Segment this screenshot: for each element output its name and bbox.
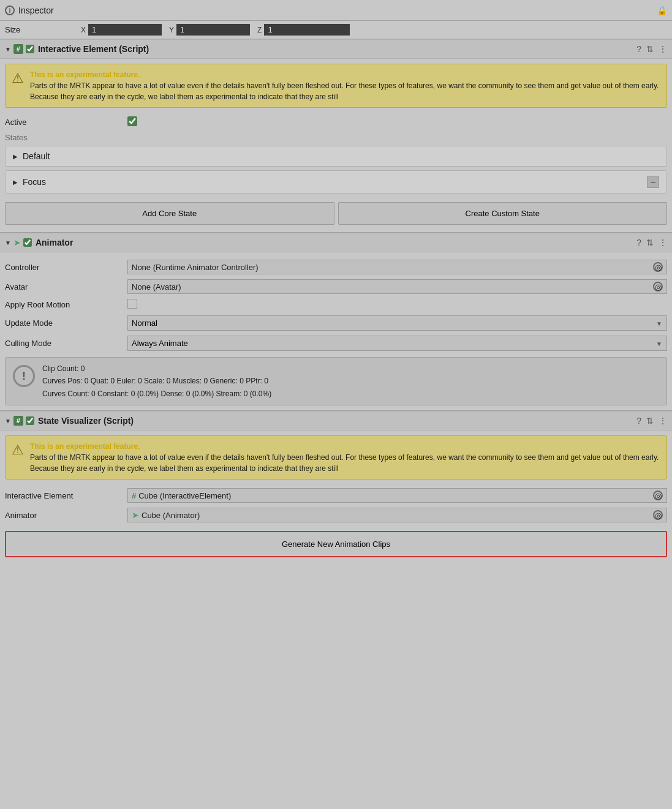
avatar-field-row: Avatar None (Avatar) ◎ bbox=[5, 277, 667, 296]
animator-enabled-checkbox[interactable] bbox=[23, 238, 32, 247]
update-mode-select-wrapper: Normal Animate Physics Unscaled Time bbox=[127, 315, 667, 331]
help-icon-animator[interactable]: ? bbox=[636, 238, 641, 247]
active-label: Active bbox=[5, 118, 127, 127]
generate-animation-clips-button[interactable]: Generate New Animation Clips bbox=[5, 531, 667, 557]
size-x-input[interactable] bbox=[88, 24, 162, 36]
sv-interactive-element-label: Interactive Element bbox=[5, 491, 127, 500]
animator-info-box: ! Clip Count: 0 Curves Pos: 0 Quat: 0 Eu… bbox=[5, 357, 667, 405]
curves-count-text: Curves Count: 0 Constant: 0 (0.0%) Dense… bbox=[42, 388, 271, 400]
warning-triangle-icon-sv: ⚠ bbox=[12, 442, 24, 474]
size-z-coord: Z bbox=[257, 24, 350, 36]
menu-icon-interactive[interactable]: ⋮ bbox=[659, 44, 667, 54]
settings-icon-animator[interactable]: ⇅ bbox=[646, 238, 654, 247]
lock-icon[interactable]: 🔒 bbox=[657, 6, 667, 15]
size-label: Size bbox=[5, 25, 78, 34]
state-visualizer-warning: ⚠ This is an experimental feature. Parts… bbox=[5, 435, 667, 480]
sv-interactive-element-field-row: Interactive Element # Cube (InteractiveE… bbox=[5, 486, 667, 505]
active-field-row: Active bbox=[5, 114, 667, 130]
state-visualizer-title: State Visualizer (Script) bbox=[38, 416, 134, 426]
collapse-arrow-state-visualizer[interactable]: ▼ bbox=[5, 418, 11, 424]
inspector-header: i Inspector 🔒 bbox=[0, 0, 672, 21]
culling-mode-select[interactable]: Always Animate Cull Update Transforms Cu… bbox=[127, 336, 667, 351]
avatar-value: None (Avatar) bbox=[132, 282, 653, 292]
collapse-arrow-interactive[interactable]: ▼ bbox=[5, 46, 11, 53]
sv-animator-value: Cube (Animator) bbox=[142, 511, 653, 520]
warning-text-content-sv: This is an experimental feature. Parts o… bbox=[30, 441, 660, 474]
apply-root-motion-checkbox[interactable] bbox=[127, 299, 137, 309]
menu-icon-animator[interactable]: ⋮ bbox=[659, 238, 667, 247]
z-label: Z bbox=[257, 26, 262, 34]
add-core-state-button[interactable]: Add Core State bbox=[5, 202, 334, 225]
help-icon-state-visualizer[interactable]: ? bbox=[636, 416, 641, 426]
state-item-focus: ▶ Focus − bbox=[5, 170, 667, 194]
state-remove-focus[interactable]: − bbox=[647, 176, 659, 188]
collapse-arrow-animator[interactable]: ▼ bbox=[5, 239, 11, 246]
interactive-element-enabled-checkbox[interactable] bbox=[26, 45, 34, 53]
state-item-default: ▶ Default bbox=[5, 146, 667, 167]
controller-select-dot[interactable]: ◎ bbox=[653, 262, 663, 272]
animator-content: Controller None (Runtime Animator Contro… bbox=[0, 252, 672, 410]
interactive-element-warning: ⚠ This is an experimental feature. Parts… bbox=[5, 64, 667, 108]
animator-info-text: Clip Count: 0 Curves Pos: 0 Quat: 0 Eule… bbox=[42, 363, 271, 400]
state-arrow-focus[interactable]: ▶ bbox=[13, 179, 18, 186]
avatar-label: Avatar bbox=[5, 282, 127, 292]
interactive-element-icons: ? ⇅ ⋮ bbox=[636, 44, 667, 54]
size-z-input[interactable] bbox=[264, 24, 350, 36]
apply-root-motion-field-row: Apply Root Motion bbox=[5, 296, 667, 313]
settings-icon-state-visualizer[interactable]: ⇅ bbox=[646, 416, 654, 426]
info-icon: i bbox=[5, 6, 15, 15]
inspector-title: Inspector bbox=[18, 6, 54, 15]
x-label: X bbox=[81, 26, 86, 34]
state-arrow-default[interactable]: ▶ bbox=[13, 153, 18, 160]
interactive-element-title: Interactive Element (Script) bbox=[38, 44, 149, 54]
sv-animator-field-row: Animator ➤ Cube (Animator) ◎ bbox=[5, 505, 667, 525]
help-icon-interactive[interactable]: ? bbox=[636, 44, 641, 54]
size-y-input[interactable] bbox=[176, 24, 250, 36]
create-custom-state-button[interactable]: Create Custom State bbox=[338, 202, 668, 225]
anim-prefix-sv: ➤ bbox=[132, 510, 139, 520]
apply-root-motion-value bbox=[127, 299, 667, 310]
clip-count-text: Clip Count: 0 bbox=[42, 363, 271, 375]
warning-text-content: This is an experimental feature. Parts o… bbox=[30, 69, 660, 102]
warning-body: Parts of the MRTK appear to have a lot o… bbox=[30, 81, 659, 101]
animator-title: Animator bbox=[36, 238, 73, 247]
sv-interactive-element-value: Cube (InteractiveElement) bbox=[138, 491, 653, 500]
sv-interactive-element-field: # Cube (InteractiveElement) ◎ bbox=[127, 488, 667, 503]
sv-animator-field: ➤ Cube (Animator) ◎ bbox=[127, 508, 667, 522]
state-visualizer-enabled-checkbox[interactable] bbox=[26, 416, 34, 425]
states-buttons-row: Add Core State Create Custom State bbox=[5, 197, 667, 227]
animator-section-header: ▼ ➤ Animator ? ⇅ ⋮ bbox=[0, 233, 672, 252]
hash-icon-interactive: # bbox=[13, 44, 23, 54]
warning-body-sv: Parts of the MRTK appear to have a lot o… bbox=[30, 453, 659, 473]
curves-pos-text: Curves Pos: 0 Quat: 0 Euler: 0 Scale: 0 … bbox=[42, 375, 271, 387]
settings-icon-interactive[interactable]: ⇅ bbox=[646, 44, 654, 54]
animator-icon: ➤ bbox=[13, 238, 21, 247]
update-mode-field-row: Update Mode Normal Animate Physics Unsca… bbox=[5, 313, 667, 333]
active-value bbox=[127, 116, 667, 128]
state-visualizer-content: ⚠ This is an experimental feature. Parts… bbox=[0, 431, 672, 562]
menu-icon-state-visualizer[interactable]: ⋮ bbox=[659, 416, 667, 426]
size-y-coord: Y bbox=[169, 24, 250, 36]
states-label: States bbox=[5, 130, 667, 146]
warning-title-sv: This is an experimental feature. bbox=[30, 441, 660, 452]
state-visualizer-section-header: ▼ # State Visualizer (Script) ? ⇅ ⋮ bbox=[0, 411, 672, 431]
interactive-element-content: ⚠ This is an experimental feature. Parts… bbox=[0, 59, 672, 232]
animator-info-icon: ! bbox=[13, 365, 35, 387]
apply-root-motion-label: Apply Root Motion bbox=[5, 300, 127, 309]
controller-field-row: Controller None (Runtime Animator Contro… bbox=[5, 257, 667, 277]
culling-mode-select-wrapper: Always Animate Cull Update Transforms Cu… bbox=[127, 336, 667, 351]
state-name-focus: Focus bbox=[23, 177, 46, 187]
active-checkbox[interactable] bbox=[127, 116, 137, 126]
interactive-element-section-header: ▼ # Interactive Element (Script) ? ⇅ ⋮ bbox=[0, 39, 672, 59]
y-label: Y bbox=[169, 26, 174, 34]
sv-animator-dot[interactable]: ◎ bbox=[653, 510, 663, 520]
culling-mode-field-row: Culling Mode Always Animate Cull Update … bbox=[5, 333, 667, 353]
avatar-field: None (Avatar) ◎ bbox=[127, 279, 667, 294]
update-mode-select[interactable]: Normal Animate Physics Unscaled Time bbox=[127, 315, 667, 331]
avatar-select-dot[interactable]: ◎ bbox=[653, 282, 663, 292]
sv-interactive-element-dot[interactable]: ◎ bbox=[653, 491, 663, 500]
hash-prefix-ie: # bbox=[132, 491, 136, 500]
warning-title: This is an experimental feature. bbox=[30, 69, 660, 80]
culling-mode-label: Culling Mode bbox=[5, 339, 127, 348]
animator-icons: ? ⇅ ⋮ bbox=[636, 238, 667, 247]
